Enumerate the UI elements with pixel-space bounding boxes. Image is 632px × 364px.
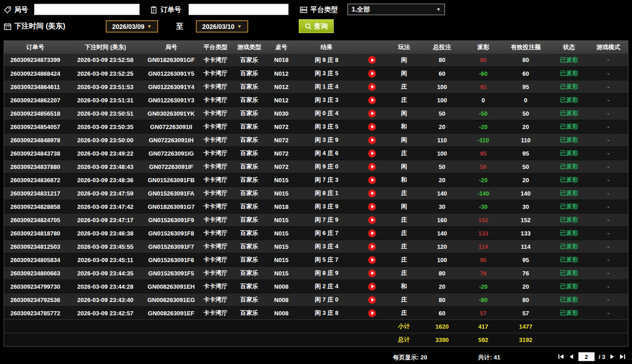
cell-table: N008 — [265, 280, 297, 293]
cell-total: 100 — [420, 94, 465, 107]
video-play-button[interactable] — [368, 176, 376, 184]
cell-payout: -20 — [465, 280, 502, 293]
cell-time: 2026-03-09 23:43:40 — [66, 293, 144, 307]
video-play-button[interactable] — [368, 309, 376, 317]
last-page-button[interactable] — [619, 354, 626, 359]
cell-play: 闲 — [388, 107, 420, 120]
cell-video — [356, 307, 388, 320]
video-play-button[interactable] — [368, 123, 376, 131]
video-play-button[interactable] — [368, 283, 376, 291]
cell-time: 2026-03-09 23:51:31 — [66, 94, 144, 107]
cell-time: 2026-03-09 23:49:22 — [66, 147, 144, 160]
cell-table: N030 — [265, 107, 297, 120]
cell-result: 闲 6 庄 7 — [297, 227, 356, 240]
video-play-button[interactable] — [368, 163, 376, 171]
cell-round: GN012263091Y3 — [144, 94, 198, 107]
total-empty — [589, 333, 628, 347]
video-play-button[interactable] — [368, 243, 376, 251]
cell-time: 2026-03-09 23:51:53 — [66, 80, 144, 94]
order-number-input[interactable] — [188, 4, 289, 15]
query-button[interactable]: 查询 — [299, 19, 334, 33]
video-play-button[interactable] — [368, 70, 376, 78]
video-play-button[interactable] — [368, 136, 376, 144]
cell-order: 260309234824705 — [4, 213, 67, 227]
subtotal-empty — [549, 320, 589, 333]
cell-round: GN072263091IF — [144, 160, 198, 174]
video-play-button[interactable] — [368, 269, 376, 277]
cell-video — [356, 54, 388, 67]
cell-status: 已派彩 — [549, 67, 589, 80]
platform-type-select[interactable]: 1.全部 ▼ — [347, 4, 445, 15]
next-page-button[interactable] — [609, 354, 615, 359]
cell-video — [356, 134, 388, 147]
cell-time: 2026-03-09 23:45:55 — [66, 240, 144, 253]
cell-game: 百家乐 — [233, 147, 266, 160]
video-play-button[interactable] — [368, 110, 376, 118]
cell-total: 100 — [420, 80, 465, 94]
cell-play: 庄 — [388, 227, 420, 240]
round-number-input[interactable] — [34, 4, 140, 15]
cell-order: 260309234864611 — [4, 80, 67, 94]
cell-video — [356, 67, 388, 80]
table-row: 2603092348622072026-03-09 23:51:31GN0122… — [4, 94, 628, 107]
video-play-button[interactable] — [368, 150, 376, 157]
cell-video — [356, 253, 388, 267]
cell-total: 110 — [420, 134, 465, 147]
cell-play: 闲 — [388, 67, 420, 80]
cell-payout: 95 — [465, 147, 502, 160]
cell-result: 闲 1 庄 4 — [297, 80, 356, 94]
cell-total: 20 — [420, 120, 465, 134]
cell-result: 闲 9 庄 8 — [297, 54, 356, 67]
total-label: 总计 — [388, 333, 420, 347]
cell-valid: 114 — [502, 240, 549, 253]
cell-round: GN015263091F6 — [144, 253, 198, 267]
cell-time: 2026-03-09 23:52:25 — [66, 67, 144, 80]
page-number-input[interactable] — [578, 352, 595, 361]
video-play-button[interactable] — [368, 256, 376, 264]
play-icon — [371, 245, 374, 248]
video-play-button[interactable] — [368, 296, 376, 304]
video-play-button[interactable] — [368, 190, 376, 197]
calendar-icon — [4, 22, 11, 30]
cell-video — [356, 80, 388, 94]
cell-result: 闲 3 庄 9 — [297, 200, 356, 213]
play-icon — [371, 191, 374, 195]
cell-payout: 95 — [465, 253, 502, 267]
table-row: 2603092348006632026-03-09 23:44:35GN0152… — [4, 267, 628, 280]
cell-table: N072 — [265, 134, 297, 147]
video-play-button[interactable] — [368, 216, 376, 224]
cell-valid: 95 — [502, 80, 549, 94]
cell-round: GN072263091IH — [144, 134, 198, 147]
cell-game: 百家乐 — [233, 227, 266, 240]
video-play-button[interactable] — [368, 230, 376, 237]
cell-payout: 76 — [465, 267, 502, 280]
cell-time: 2026-03-09 23:50:51 — [66, 107, 144, 120]
tag-icon — [4, 6, 11, 14]
date-to-button[interactable]: 2026/03/10 ▼ — [196, 20, 248, 33]
cell-result: 闲 3 庄 5 — [297, 67, 356, 80]
subtotal-row: 小计 1620 417 1477 — [4, 320, 628, 333]
cell-total: 140 — [420, 187, 465, 200]
first-page-button[interactable] — [558, 354, 564, 359]
cell-platform: 卡卡湾厅 — [198, 253, 233, 267]
cell-valid: 95 — [502, 253, 549, 267]
table-row: 2603092348684242026-03-09 23:52:25GN0122… — [4, 67, 628, 80]
video-play-button[interactable] — [368, 96, 376, 104]
video-play-button[interactable] — [368, 203, 376, 211]
cell-time: 2026-03-09 23:48:43 — [66, 160, 144, 174]
cell-valid: 60 — [502, 67, 549, 80]
video-play-button[interactable] — [368, 83, 376, 91]
cell-status: 已派彩 — [549, 227, 589, 240]
cell-order: 260309234854057 — [4, 120, 67, 134]
cell-platform: 卡卡湾厅 — [198, 94, 233, 107]
video-play-button[interactable] — [368, 56, 376, 64]
cell-platform: 卡卡湾厅 — [198, 147, 233, 160]
cell-payout: -20 — [465, 174, 502, 187]
cell-order: 260309234828858 — [4, 200, 67, 213]
prev-page-button[interactable] — [569, 354, 574, 359]
cell-round: GN015263091FA — [144, 187, 198, 200]
column-header: 总投注 — [420, 41, 465, 54]
cell-status: 已派彩 — [549, 307, 589, 320]
date-from-button[interactable]: 2026/03/09 ▼ — [106, 20, 158, 33]
cell-payout: -110 — [465, 134, 502, 147]
